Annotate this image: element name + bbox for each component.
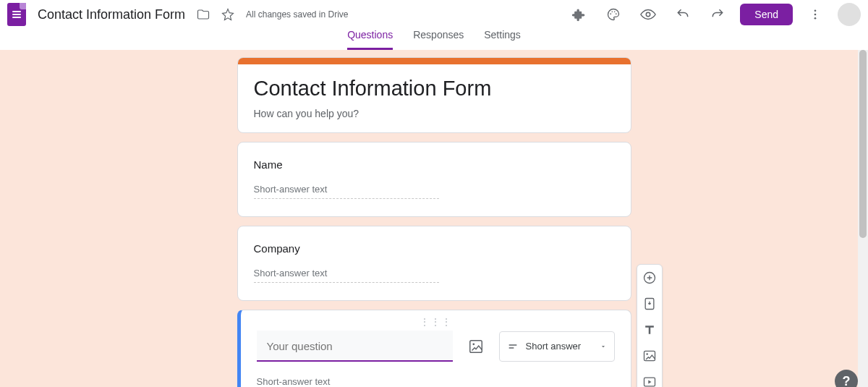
import-questions-button[interactable] <box>641 295 658 312</box>
scrollbar-track[interactable] <box>858 50 868 387</box>
logo-lines-icon <box>12 11 21 18</box>
short-answer-icon <box>507 341 519 352</box>
add-question-button[interactable] <box>641 269 658 286</box>
preview-button[interactable] <box>636 2 660 27</box>
question-type-select[interactable]: Short answer <box>499 331 615 362</box>
tab-questions[interactable]: Questions <box>347 29 393 50</box>
svg-point-0 <box>610 13 612 14</box>
more-vert-icon <box>809 8 822 21</box>
import-icon <box>642 297 657 311</box>
add-video-button[interactable] <box>641 373 658 387</box>
title-icon <box>642 323 657 337</box>
svg-point-5 <box>814 9 817 12</box>
question-title-input[interactable] <box>267 340 443 352</box>
drag-handle-icon[interactable]: ⋮⋮⋮ <box>257 319 615 328</box>
svg-rect-8 <box>469 340 482 352</box>
question-type-label: Short answer <box>526 341 582 352</box>
addons-button[interactable] <box>566 2 591 27</box>
chevron-down-icon <box>600 343 607 350</box>
question-card-company[interactable]: Company Short-answer text <box>237 226 631 301</box>
question-edit-row: Short answer <box>257 331 615 362</box>
move-to-folder-button[interactable] <box>191 2 216 27</box>
app-header: Contact Information Form All changes sav… <box>0 0 868 50</box>
form-accent-bar <box>238 58 631 64</box>
form-description[interactable]: How can you help you? <box>254 108 615 119</box>
question-input-wrap[interactable] <box>257 331 453 362</box>
undo-icon <box>676 7 690 22</box>
question-label: Company <box>254 242 615 255</box>
more-options-button[interactable] <box>803 2 827 27</box>
send-button[interactable]: Send <box>740 4 793 25</box>
form-canvas: Contact Information Form How can you hel… <box>0 50 868 387</box>
short-answer-preview: Short-answer text <box>254 184 439 199</box>
redo-button[interactable] <box>705 2 730 27</box>
header-actions: Send <box>566 2 861 27</box>
form-title[interactable]: Contact Information Form <box>254 77 615 101</box>
scrollbar-thumb[interactable] <box>859 50 867 238</box>
svg-point-4 <box>647 12 651 17</box>
short-answer-preview: Short-answer text <box>257 376 442 387</box>
add-title-button[interactable] <box>641 321 658 339</box>
header-toolbar: Contact Information Form All changes sav… <box>0 0 868 29</box>
star-icon <box>221 8 234 21</box>
question-card-name[interactable]: Name Short-answer text <box>237 142 631 217</box>
floating-toolbar <box>637 264 663 387</box>
svg-point-1 <box>612 11 613 12</box>
add-image-button-toolbar[interactable] <box>641 347 658 365</box>
svg-point-9 <box>472 343 475 345</box>
image-icon <box>642 349 657 363</box>
form-title-card[interactable]: Contact Information Form How can you hel… <box>237 57 631 133</box>
star-button[interactable] <box>216 2 240 27</box>
image-icon <box>468 339 484 354</box>
svg-point-3 <box>616 13 617 14</box>
tab-responses[interactable]: Responses <box>413 29 464 50</box>
account-avatar[interactable] <box>838 3 861 26</box>
tab-settings[interactable]: Settings <box>484 29 521 50</box>
main-tabs: Questions Responses Settings <box>0 29 868 50</box>
svg-point-7 <box>814 17 817 20</box>
redo-icon <box>710 7 725 22</box>
short-answer-preview: Short-answer text <box>254 268 439 283</box>
document-title[interactable]: Contact Information Form <box>38 7 185 22</box>
question-label: Name <box>254 158 615 171</box>
help-button[interactable]: ? <box>835 370 858 387</box>
svg-point-2 <box>614 11 616 12</box>
svg-point-13 <box>646 353 648 355</box>
eye-icon <box>640 7 656 22</box>
video-icon <box>642 375 657 387</box>
svg-point-6 <box>814 14 817 16</box>
form-stack: Contact Information Form How can you hel… <box>237 57 631 387</box>
undo-button[interactable] <box>671 2 695 27</box>
forms-logo-icon[interactable] <box>7 3 26 26</box>
save-status: All changes saved in Drive <box>246 9 348 20</box>
palette-icon <box>606 7 621 22</box>
help-icon: ? <box>843 374 851 388</box>
customize-theme-button[interactable] <box>601 2 626 27</box>
question-card-editing[interactable]: ⋮⋮⋮ Short answer Short-answer text <box>237 310 631 387</box>
folder-icon <box>197 8 210 21</box>
plus-circle-icon <box>642 271 657 285</box>
addon-icon <box>571 7 586 22</box>
add-image-button[interactable] <box>461 332 490 361</box>
